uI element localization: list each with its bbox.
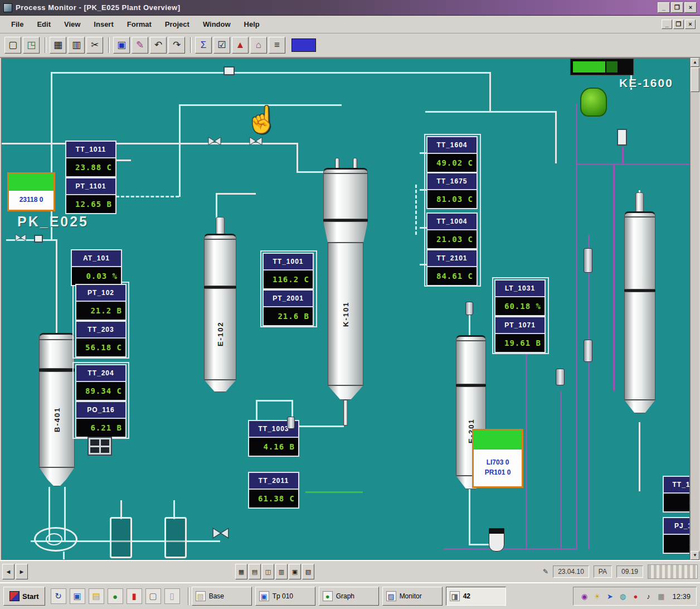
mdi-restore-button[interactable]: ❐ bbox=[673, 20, 684, 29]
close-button[interactable]: × bbox=[684, 2, 697, 13]
valve-icon[interactable] bbox=[15, 234, 26, 241]
instrument-readout[interactable]: PJ_1 46 bbox=[663, 517, 690, 554]
start-button[interactable]: Start bbox=[3, 587, 45, 606]
vertical-scrollbar[interactable]: ▲ ▼ bbox=[690, 58, 699, 560]
vessel-bottom bbox=[204, 380, 236, 392]
status-box[interactable]: 23118 0 bbox=[7, 172, 55, 211]
valve-icon[interactable] bbox=[249, 137, 262, 146]
toolbar-button-edit[interactable]: ✎ bbox=[132, 37, 148, 54]
vessel-section bbox=[39, 340, 75, 369]
instrument-readout[interactable]: TT_1004 21.03 C bbox=[426, 212, 478, 249]
tray-status-gray-icon[interactable]: ▦ bbox=[656, 591, 666, 601]
task-button[interactable]: ▣ Tp 010 bbox=[255, 587, 315, 606]
scroll-thumb[interactable] bbox=[691, 67, 699, 92]
maximize-button[interactable]: ❐ bbox=[671, 2, 683, 13]
pump-icon[interactable] bbox=[34, 527, 77, 552]
pump-running-icon[interactable] bbox=[580, 88, 607, 117]
instrument-readout[interactable]: PT_1101 12.65 B bbox=[65, 177, 116, 214]
menu-item-view[interactable]: View bbox=[57, 17, 87, 31]
minimize-button[interactable]: _ bbox=[658, 2, 670, 13]
toolbar-button-copy[interactable]: ▣ bbox=[113, 37, 130, 54]
toolbar-button-run[interactable]: ▲ bbox=[232, 37, 249, 54]
tray-status-black-icon[interactable]: ♪ bbox=[643, 591, 653, 601]
tray-status-teal-icon[interactable]: ◍ bbox=[618, 591, 628, 601]
menu-item-insert[interactable]: Insert bbox=[87, 17, 120, 31]
hscroll-left-button[interactable]: ◄ bbox=[2, 564, 14, 579]
toolbar-button-cut[interactable]: ✂ bbox=[86, 37, 103, 54]
view-button-2[interactable]: ▤ bbox=[249, 564, 261, 579]
instrument-readout[interactable]: TT_204 89.34 C bbox=[75, 364, 127, 401]
tray-status-yellow-icon[interactable]: ☀ bbox=[592, 591, 602, 601]
mdi-close-button[interactable]: × bbox=[685, 20, 696, 29]
instrument-readout[interactable]: TT_1675 81.03 C bbox=[426, 172, 478, 209]
quicklaunch-document-yellow-icon[interactable]: ▤ bbox=[89, 588, 104, 604]
instrument-readout[interactable]: PT_102 21.2 B bbox=[75, 284, 127, 321]
quicklaunch-refresh-icon[interactable]: ↻ bbox=[51, 588, 66, 604]
valve-icon[interactable] bbox=[208, 137, 221, 146]
quicklaunch-bar-red-icon[interactable]: ▮ bbox=[127, 588, 142, 604]
vessel-k101[interactable]: K-101 bbox=[322, 158, 369, 426]
instrument-readout[interactable]: AT_101 0.03 % bbox=[71, 249, 122, 286]
vessel-right[interactable] bbox=[624, 192, 656, 423]
pipe-fitting bbox=[287, 417, 295, 429]
toolbar-button-list[interactable]: ≡ bbox=[269, 37, 285, 54]
menu-item-file[interactable]: File bbox=[4, 17, 30, 31]
mdi-minimize-button[interactable]: _ bbox=[662, 20, 672, 29]
view-button-3[interactable]: ◫ bbox=[262, 564, 274, 579]
tray-status-red-icon[interactable]: ● bbox=[630, 591, 640, 601]
instrument-readout[interactable]: PO_116 6.21 B bbox=[75, 401, 127, 438]
new-icon: ▢ bbox=[8, 40, 17, 50]
toolbar-button-sum[interactable]: Σ bbox=[195, 37, 212, 54]
toolbar-button-undo[interactable]: ↶ bbox=[150, 37, 167, 54]
view-button-5[interactable]: ▣ bbox=[289, 564, 301, 579]
instrument-readout[interactable]: TT_203 56.18 C bbox=[75, 321, 127, 357]
tray-status-blue-icon[interactable]: ➤ bbox=[605, 591, 615, 601]
filter-vessel[interactable] bbox=[164, 517, 187, 558]
edit-icon: ✎ bbox=[136, 40, 144, 50]
task-button[interactable]: ● Graph bbox=[319, 587, 379, 606]
quicklaunch-document-gray-icon[interactable]: ▢ bbox=[145, 588, 161, 604]
task-button[interactable]: ▨ Monitor bbox=[382, 587, 443, 606]
toolbar-button-print[interactable]: ▥ bbox=[68, 37, 85, 54]
resize-grip[interactable] bbox=[648, 564, 698, 579]
scroll-up-button[interactable]: ▲ bbox=[691, 58, 699, 67]
toolbar-button-check[interactable]: ☑ bbox=[213, 37, 230, 54]
view-button-1[interactable]: ▦ bbox=[235, 564, 247, 579]
view-button-4[interactable]: ▥ bbox=[275, 564, 288, 579]
instrument-readout[interactable]: TT_1001 116.2 C bbox=[262, 253, 314, 289]
instrument-readout[interactable]: TT_1011 23.88 C bbox=[65, 141, 116, 177]
instrument-readout[interactable]: LT_1031 60.18 % bbox=[494, 279, 546, 316]
menu-item-help[interactable]: Help bbox=[237, 17, 266, 31]
vessel-e102[interactable]: E-102 bbox=[203, 217, 237, 401]
quicklaunch-globe-icon[interactable]: ● bbox=[108, 588, 123, 604]
instrument-readout[interactable]: TT_11 46 bbox=[663, 476, 690, 513]
menu-item-window[interactable]: Window bbox=[196, 17, 237, 31]
instrument-readout[interactable]: PT_1071 19.61 B bbox=[494, 316, 546, 353]
task-button[interactable]: ▤ Base bbox=[192, 587, 252, 606]
instrument-readout[interactable]: PT_2001 21.6 B bbox=[262, 289, 314, 326]
vessel-b401[interactable]: B-401 bbox=[38, 333, 75, 495]
instrument-readout[interactable]: TT_2101 84.61 C bbox=[426, 249, 478, 286]
hscroll-right-button[interactable]: ► bbox=[16, 564, 28, 579]
quicklaunch-document-white-icon[interactable]: ▯ bbox=[164, 588, 180, 604]
status-box[interactable]: LI703 0 PR101 0 bbox=[472, 429, 523, 488]
toolbar-button-new[interactable]: ▢ bbox=[4, 37, 21, 54]
quicklaunch-window-icon[interactable]: ▣ bbox=[70, 588, 85, 604]
instrument-readout[interactable]: TT_1604 49.02 C bbox=[426, 136, 478, 173]
scroll-down-button[interactable]: ▼ bbox=[691, 551, 699, 560]
toolbar-button-save[interactable]: ▦ bbox=[50, 37, 66, 54]
tray-status-purple-icon[interactable]: ◉ bbox=[579, 591, 589, 601]
toolbar-button-open[interactable]: ◳ bbox=[23, 37, 40, 54]
toolbar-button-redo[interactable]: ↷ bbox=[168, 37, 185, 54]
menu-item-edit[interactable]: Edit bbox=[30, 17, 57, 31]
menu-item-format[interactable]: Format bbox=[120, 17, 158, 31]
view-button-6[interactable]: ▧ bbox=[302, 564, 314, 579]
mini-indicator[interactable] bbox=[88, 437, 112, 456]
valve-icon[interactable] bbox=[212, 527, 229, 539]
toolbar-button-home[interactable]: ⌂ bbox=[250, 37, 267, 54]
instrument-readout[interactable]: TT_2011 61.38 C bbox=[248, 472, 299, 509]
filter-vessel[interactable] bbox=[110, 517, 132, 558]
titlebar: Process Monitor - [PK_E025 Plant Overvie… bbox=[0, 0, 700, 16]
menu-item-project[interactable]: Project bbox=[158, 17, 196, 31]
task-button-active[interactable]: ◨ 42 bbox=[446, 587, 506, 606]
